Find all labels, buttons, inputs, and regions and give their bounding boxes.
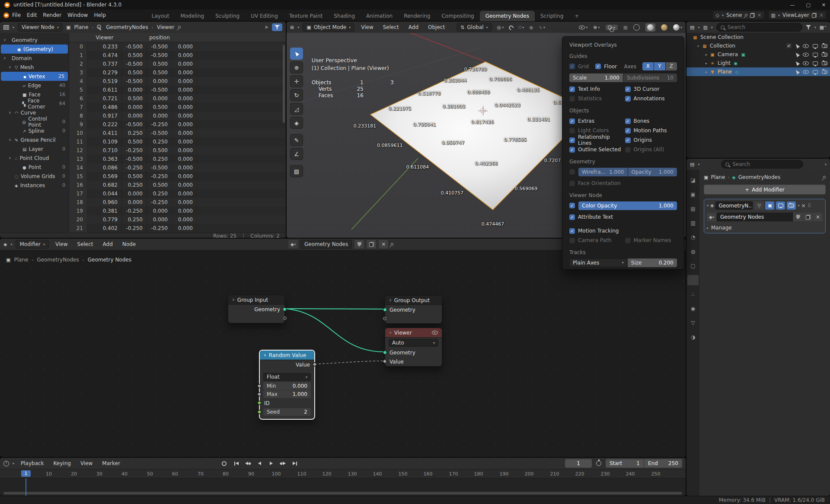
table-row[interactable]: 16 0.682 0.250 0.500 0.000: [69, 181, 286, 189]
node-tree-context-dropdown[interactable]: Modifier▾: [16, 240, 49, 249]
hide-viewport-toggle[interactable]: [803, 44, 809, 48]
menubar-menu[interactable]: Help: [91, 11, 109, 19]
maximize-button[interactable]: ▢: [806, 2, 810, 8]
table-row[interactable]: 2 0.737 -0.500 0.500 0.000: [69, 60, 286, 68]
overlay-checkbox[interactable]: Text Info: [569, 84, 622, 94]
disable-viewport-toggle[interactable]: [813, 61, 818, 65]
spreadsheet-sidebar-item[interactable]: ∨ Control Point 0: [0, 117, 69, 126]
fake-user-toggle[interactable]: [793, 213, 803, 221]
node-random-value[interactable]: ∨Random Value Value Float▾ Min0.000 Max1…: [259, 350, 315, 419]
spreadsheet-sidebar-item[interactable]: ∨ Mesh: [0, 63, 69, 72]
browse-tree-button[interactable]: ◈▾: [288, 240, 298, 249]
proportional-falloff-dropdown[interactable]: ∿▾: [539, 25, 545, 30]
color-opacity-slider[interactable]: Color Opacity1.000: [578, 201, 677, 210]
disable-render-toggle[interactable]: [822, 53, 827, 57]
fake-user-toggle[interactable]: [354, 240, 364, 249]
modifier-extras-dropdown[interactable]: ▾: [798, 204, 799, 207]
transform-orientation-dropdown[interactable]: ⇅Global▾: [456, 23, 492, 32]
expand-icon[interactable]: ▸: [706, 61, 707, 65]
spreadsheet-sidebar-item[interactable]: ∨ Layer 0: [0, 144, 69, 153]
properties-tab[interactable]: [687, 275, 699, 285]
axis-z-toggle[interactable]: Z: [666, 62, 677, 70]
pin-icon[interactable]: [823, 175, 826, 179]
viewport-editor-icon[interactable]: ⊞: [290, 25, 294, 30]
overlay-checkbox[interactable]: Statistics: [569, 94, 622, 103]
workspace-tab[interactable]: Modeling: [175, 11, 210, 21]
socket-geometry-output[interactable]: [283, 307, 287, 311]
cursor-tool[interactable]: ⊕: [290, 61, 303, 73]
shading-material-button[interactable]: [661, 24, 667, 31]
node-editor-menu[interactable]: Select: [74, 240, 96, 248]
breadcrumb-modifier[interactable]: GeometryNodes: [738, 174, 780, 180]
menubar-menu[interactable]: Edit: [24, 11, 40, 19]
socket-seed-input[interactable]: [257, 409, 262, 414]
properties-tab[interactable]: ▢: [687, 261, 699, 271]
overlay-checkbox[interactable]: Bones: [625, 116, 677, 126]
select-box-tool[interactable]: [290, 48, 303, 60]
workspace-tab[interactable]: Layout: [146, 11, 175, 21]
table-row[interactable]: 11 0.109 0.500 0.250 0.000: [69, 137, 286, 146]
outliner-row[interactable]: ▸ ☀ Light: [686, 59, 830, 67]
min-value-field[interactable]: Min0.000: [263, 382, 311, 390]
face-orientation-checkbox[interactable]: Face Orientation: [569, 179, 677, 188]
table-row[interactable]: 14 0.086 -0.250 -0.500 0.000: [69, 163, 286, 172]
properties-tab[interactable]: ◑: [687, 332, 699, 342]
spreadsheet-sidebar-item[interactable]: ∨ Domain: [0, 54, 69, 63]
add-primitive-tool[interactable]: ▧: [290, 165, 303, 177]
disable-render-toggle[interactable]: [822, 44, 827, 48]
scale-tool[interactable]: ◿: [290, 103, 303, 115]
timeline-menu[interactable]: Playback: [18, 459, 47, 467]
overlay-checkbox[interactable]: Origins (All): [625, 145, 677, 154]
manage-panel-toggle[interactable]: ▸Manage: [707, 225, 823, 231]
gizmos-dropdown[interactable]: ⊕▾: [593, 25, 600, 30]
pin-icon[interactable]: [744, 13, 747, 17]
overlay-checkbox[interactable]: Annotations: [625, 94, 677, 103]
properties-tab[interactable]: ◉: [687, 303, 699, 314]
disable-render-toggle[interactable]: [822, 70, 827, 74]
path-item-current[interactable]: Geometry Nodes: [88, 257, 131, 263]
timeline-scrollbar[interactable]: [3, 492, 682, 494]
new-collection-button[interactable]: ▦⁺: [820, 25, 827, 30]
viewport-menu[interactable]: View: [358, 23, 376, 31]
unlink-tree-button[interactable]: ×: [379, 240, 388, 249]
spreadsheet-editor-icon[interactable]: [3, 25, 9, 30]
table-row[interactable]: 21 0.402 -0.250 -0.250 0.000: [69, 224, 286, 233]
breadcrumb-object[interactable]: Plane: [74, 24, 88, 30]
node-tree-name-field[interactable]: Geometry Nodes: [717, 213, 793, 221]
socket-extend[interactable]: [383, 317, 386, 320]
spreadsheet-sidebar-item[interactable]: ∨ Volume Grids 0: [0, 172, 69, 181]
table-row[interactable]: 12 0.710 -0.250 0.500 0.000: [69, 146, 286, 155]
pivot-point-dropdown[interactable]: ◎▾: [497, 25, 504, 30]
node-editor-menu[interactable]: View: [52, 240, 70, 248]
snap-target-dropdown[interactable]: ∷▾: [518, 25, 524, 30]
node-canvas[interactable]: ▣ Plane› GeometryNodes› Geometry Nodes ∨…: [0, 250, 686, 457]
next-keyframe-button[interactable]: [278, 459, 288, 467]
end-frame-field[interactable]: End250: [644, 459, 682, 468]
expand-icon[interactable]: ▸: [706, 53, 707, 57]
max-value-field[interactable]: Max1.000: [263, 390, 311, 398]
edit-mode-display-toggle[interactable]: ▽: [754, 201, 763, 210]
properties-tab[interactable]: ◍: [687, 246, 699, 257]
tree-datablock-name[interactable]: Geometry Nodes: [300, 240, 352, 249]
outliner-row[interactable]: ▦ Scene Collection: [686, 33, 830, 41]
filter-toggle-button[interactable]: [272, 23, 282, 31]
spreadsheet-sidebar-item[interactable]: ∨ Vertex 25: [1, 72, 68, 81]
collapse-icon[interactable]: ▾: [707, 204, 709, 207]
previous-keyframe-button[interactable]: [243, 459, 253, 467]
properties-tab[interactable]: ▤: [687, 204, 699, 214]
properties-search-input[interactable]: Search: [721, 160, 803, 169]
move-tool[interactable]: ✛: [290, 75, 303, 87]
table-row[interactable]: 5 0.611 0.000 -0.500 0.000: [69, 86, 286, 94]
expand-icon[interactable]: ▸: [706, 70, 707, 74]
path-item[interactable]: GeometryNodes: [37, 257, 79, 263]
new-viewlayer-icon[interactable]: [812, 13, 817, 18]
overlay-checkbox[interactable]: Relationship Lines: [569, 135, 622, 145]
spreadsheet-sidebar-item[interactable]: ∨ (Geometry): [1, 45, 68, 54]
start-frame-field[interactable]: Start1: [606, 459, 644, 468]
node-editor-icon[interactable]: ◈: [3, 242, 7, 247]
overlay-checkbox[interactable]: Camera Path: [569, 236, 622, 245]
selectable-toggle[interactable]: [795, 43, 800, 49]
current-frame-field[interactable]: 1: [565, 459, 592, 468]
breadcrumb-modifier[interactable]: GeometryNodes: [106, 24, 148, 30]
motion-tracking-checkbox[interactable]: Motion Tracking: [569, 226, 677, 236]
